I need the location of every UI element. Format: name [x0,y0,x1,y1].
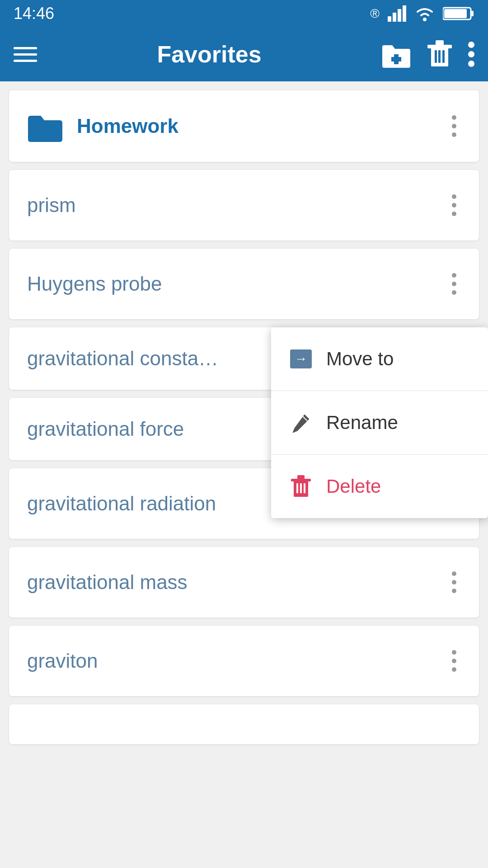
svg-rect-3 [403,5,406,22]
more-options-icon [468,42,474,67]
status-time: 14:46 [14,4,54,23]
trash-icon [289,475,313,498]
list-item: Homework [9,90,479,162]
battery-icon [443,6,474,21]
registered-icon: ® [370,6,380,21]
svg-rect-1 [393,13,396,22]
dot [452,580,456,585]
list-item [9,704,479,744]
list-item: Huygens probe [9,249,479,319]
status-bar: 14:46 ® [0,0,488,27]
dot [452,290,456,295]
dot [452,115,456,120]
delete-icon [427,40,452,68]
svg-rect-0 [388,16,391,22]
folder-icon [27,110,63,142]
svg-point-17 [468,51,474,57]
pencil-icon [289,411,313,434]
list-item: gravitational consta… → Move to Rename [9,327,479,390]
context-menu-delete[interactable]: Delete [271,455,488,518]
list-item-left: gravitational mass [27,571,188,594]
dot [452,212,456,216]
list-item-label: gravitational force [27,418,184,440]
dot [452,667,456,672]
list-item-label: graviton [27,650,98,672]
signal-icon [388,5,407,22]
hamburger-line-2 [14,53,37,56]
more-options-button[interactable] [468,42,474,67]
list-item-label: gravitational radiation [27,492,216,515]
dot [452,203,456,208]
dot [452,650,456,655]
delete-button[interactable] [427,40,452,68]
list-item-label: gravitational mass [27,571,188,594]
svg-rect-7 [444,9,467,18]
svg-rect-24 [304,483,305,493]
page-title: Favorites [51,41,368,68]
hamburger-menu-button[interactable] [14,47,37,62]
hamburger-line-1 [14,47,37,49]
list-item: gravitational mass [9,547,479,618]
context-menu-delete-label: Delete [326,476,381,497]
pencil-svg [291,413,311,433]
svg-rect-23 [300,483,302,493]
list-item-left: gravitational radiation [27,492,216,515]
wifi-icon [415,5,435,22]
context-menu-rename[interactable]: Rename [271,391,488,455]
item-options-button[interactable] [447,646,461,676]
new-folder-button[interactable] [381,41,411,68]
list-item-left: prism [27,194,76,217]
svg-rect-6 [471,11,474,16]
move-to-icon: → [289,347,313,371]
context-menu-move-to-label: Move to [326,348,394,370]
list-item-label: gravitational consta… [27,347,218,370]
move-to-icon-shape: → [290,349,312,368]
svg-rect-12 [436,40,444,46]
list-item: graviton [9,626,479,696]
list-item-left: Homework [27,110,178,142]
dot [452,194,456,199]
context-menu-move-to[interactable]: → Move to [271,327,488,391]
dot [452,571,456,576]
svg-rect-9 [391,57,401,61]
dot [452,659,456,663]
svg-rect-22 [296,483,298,493]
item-options-button[interactable] [447,269,461,299]
context-menu-rename-label: Rename [326,412,398,434]
dot [452,589,456,593]
list-item: prism [9,170,479,241]
svg-rect-2 [398,9,401,22]
list-item-left: gravitational force [27,418,184,440]
app-bar: Favorites [0,27,488,81]
favorites-list: Homework prism Huygens probe [0,81,488,753]
svg-point-16 [468,42,474,48]
dot [452,124,456,128]
dot [452,273,456,278]
status-icons: ® [370,5,474,22]
item-options-button[interactable] [447,190,461,221]
svg-point-4 [423,18,427,21]
list-item-left: graviton [27,650,98,672]
list-item-left: gravitational consta… [27,347,218,370]
svg-rect-21 [297,475,305,480]
item-options-button[interactable] [447,111,461,142]
list-item-label: Huygens probe [27,273,162,295]
list-item-label: prism [27,194,76,217]
svg-point-18 [468,61,474,67]
app-bar-actions [381,40,474,68]
svg-rect-14 [438,50,441,63]
list-item-label: Homework [77,115,178,137]
hamburger-line-3 [14,60,37,62]
context-menu: → Move to Rename [271,327,488,518]
svg-rect-13 [435,50,437,63]
dot [452,282,456,286]
new-folder-icon [381,41,411,68]
item-options-button[interactable] [447,567,461,598]
trash-svg [291,475,311,498]
dot [452,132,456,137]
svg-rect-15 [442,50,445,63]
list-item-left: Huygens probe [27,273,162,295]
